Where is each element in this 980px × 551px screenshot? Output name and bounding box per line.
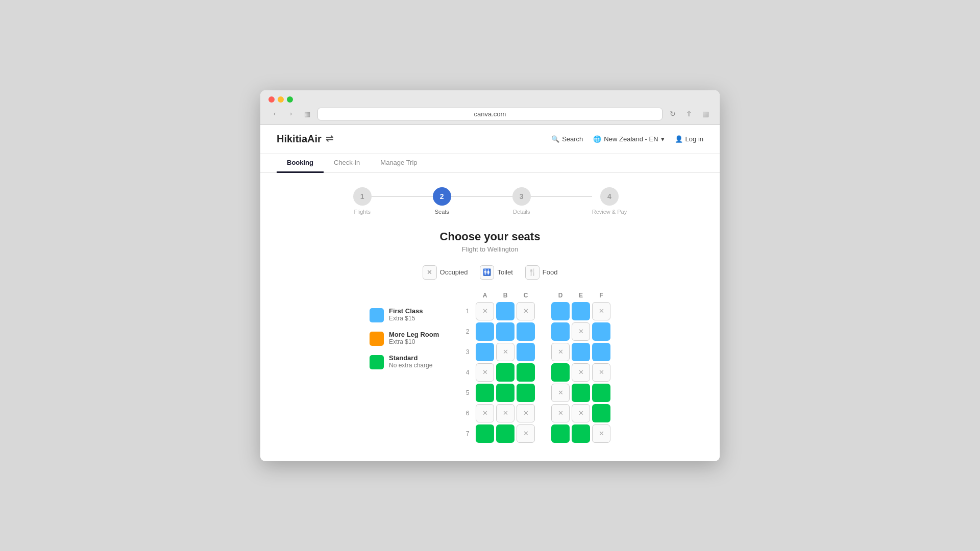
seat-type-first: First Class Extra $15 <box>370 307 441 322</box>
maximize-dot[interactable] <box>287 96 293 103</box>
seat-2a[interactable] <box>476 322 494 341</box>
seat-6f[interactable] <box>592 404 610 422</box>
seat-4b[interactable] <box>496 363 514 382</box>
seat-2c[interactable] <box>517 322 535 341</box>
col-f: F <box>592 292 610 299</box>
col-aisle <box>537 292 549 299</box>
seat-6b[interactable]: ✕ <box>496 404 514 422</box>
seat-5f[interactable] <box>592 384 610 402</box>
col-d: D <box>551 292 570 299</box>
seat-7a[interactable] <box>476 424 494 443</box>
standard-color <box>370 355 384 369</box>
seat-4a[interactable]: ✕ <box>476 363 494 382</box>
page-subtitle: Flight to Wellington <box>277 245 703 253</box>
toilet-label: Toilet <box>497 268 512 276</box>
region-label: New Zealand - EN <box>604 135 658 143</box>
food-label: Food <box>543 268 558 276</box>
legend: ✕ Occupied 🚻 Toilet 🍴 Food <box>277 265 703 280</box>
login-label: Log in <box>685 135 703 143</box>
seat-5e[interactable] <box>572 384 590 402</box>
seat-6e[interactable]: ✕ <box>572 404 590 422</box>
seat-7f[interactable]: ✕ <box>592 424 610 443</box>
minimize-dot[interactable] <box>278 96 284 103</box>
region-link[interactable]: 🌐 New Zealand - EN ▾ <box>593 135 664 143</box>
occupied-label: Occupied <box>440 268 468 276</box>
row-num-5: 5 <box>461 389 474 396</box>
seat-1e[interactable] <box>572 302 590 320</box>
legend-occupied: ✕ Occupied <box>423 265 468 280</box>
step-label-4: Review & Pay <box>592 209 627 215</box>
legroom-color <box>370 332 384 346</box>
seat-7d[interactable] <box>551 424 570 443</box>
seat-1b[interactable] <box>496 302 514 320</box>
toilet-icon: 🚻 <box>480 265 494 280</box>
step-circle-1: 1 <box>353 187 372 206</box>
step-circle-3: 3 <box>512 187 531 206</box>
step-seats: 2 Seats <box>433 187 451 215</box>
seat-7c[interactable]: ✕ <box>517 424 535 443</box>
seat-7b[interactable] <box>496 424 514 443</box>
refresh-button[interactable]: ↻ <box>667 108 679 120</box>
seat-2e[interactable]: ✕ <box>572 322 590 341</box>
seat-3e[interactable] <box>572 343 590 361</box>
close-dot[interactable] <box>268 96 275 103</box>
seat-7e[interactable] <box>572 424 590 443</box>
seat-4e[interactable]: ✕ <box>572 363 590 382</box>
seat-2f[interactable] <box>592 322 610 341</box>
row-num-4: 4 <box>461 369 474 376</box>
seat-2d[interactable] <box>551 322 570 341</box>
seat-4d[interactable] <box>551 363 570 382</box>
sidebar-button[interactable]: ▦ <box>301 108 313 120</box>
search-icon: 🔍 <box>551 135 559 143</box>
seat-3d[interactable]: ✕ <box>551 343 570 361</box>
tabs-button[interactable]: ▦ <box>699 108 712 120</box>
nav-tabs: Booking Check-in Manage Trip <box>260 154 720 173</box>
standard-price: No extra charge <box>389 362 432 369</box>
seat-1f[interactable]: ✕ <box>592 302 610 320</box>
chevron-down-icon: ▾ <box>661 135 665 143</box>
login-link[interactable]: 👤 Log in <box>675 135 703 143</box>
header: HikitiaAir ⇌ 🔍 Search 🌐 New Zealand - EN… <box>260 125 720 154</box>
seat-type-standard: Standard No extra charge <box>370 354 441 369</box>
seat-6d[interactable]: ✕ <box>551 404 570 422</box>
seat-4f[interactable]: ✕ <box>592 363 610 382</box>
tab-checkin[interactable]: Check-in <box>324 154 370 173</box>
forward-button[interactable]: › <box>285 108 297 120</box>
seat-3a[interactable] <box>476 343 494 361</box>
seat-type-legroom: More Leg Room Extra $10 <box>370 331 441 346</box>
seat-1d[interactable] <box>551 302 570 320</box>
browser-chrome: ‹ › ▦ canva.com ↻ ⇧ ▦ <box>260 90 720 125</box>
seat-2b[interactable] <box>496 322 514 341</box>
seat-6a[interactable]: ✕ <box>476 404 494 422</box>
logo-icon: ⇌ <box>326 133 333 144</box>
address-bar[interactable]: canva.com <box>317 108 663 120</box>
seat-3c[interactable] <box>517 343 535 361</box>
standard-name: Standard <box>389 354 432 362</box>
seat-1a[interactable]: ✕ <box>476 302 494 320</box>
seat-row-3: 3 ✕ ✕ <box>461 343 610 361</box>
seat-5b[interactable] <box>496 384 514 402</box>
back-button[interactable]: ‹ <box>268 108 281 120</box>
first-class-price: Extra $15 <box>389 315 423 322</box>
seat-row-2: 2 ✕ <box>461 322 610 341</box>
seat-5c[interactable] <box>517 384 535 402</box>
search-link[interactable]: 🔍 Search <box>551 135 583 143</box>
seat-3b[interactable]: ✕ <box>496 343 514 361</box>
page-title: Choose your seats <box>277 230 703 243</box>
globe-icon: 🌐 <box>593 135 601 143</box>
stepper: 1 Flights 2 Seats 3 Details 4 Review & P… <box>260 173 720 225</box>
tab-manage-trip[interactable]: Manage Trip <box>370 154 427 173</box>
step-line-2 <box>451 196 512 197</box>
seat-6c[interactable]: ✕ <box>517 404 535 422</box>
seat-1c[interactable]: ✕ <box>517 302 535 320</box>
seat-4c[interactable] <box>517 363 535 382</box>
step-line-1 <box>372 196 433 197</box>
seat-5d[interactable]: ✕ <box>551 384 570 402</box>
seat-grid-area: A B C D E F 1 ✕ ✕ <box>461 292 610 445</box>
seat-3f[interactable] <box>592 343 610 361</box>
share-button[interactable]: ⇧ <box>683 108 695 120</box>
seat-row-7: 7 ✕ ✕ <box>461 424 610 443</box>
tab-booking[interactable]: Booking <box>277 154 324 173</box>
occupied-icon: ✕ <box>423 265 437 280</box>
seat-5a[interactable] <box>476 384 494 402</box>
